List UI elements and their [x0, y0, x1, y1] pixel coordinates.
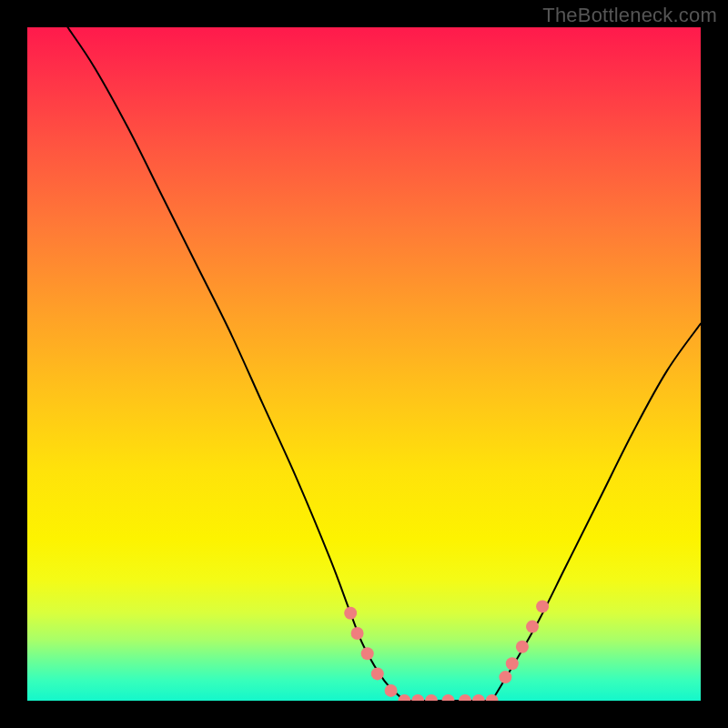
data-marker — [411, 694, 424, 701]
data-marker — [506, 657, 519, 670]
data-marker — [486, 694, 499, 701]
data-marker — [385, 684, 398, 697]
data-marker — [472, 694, 485, 701]
data-marker — [442, 694, 455, 701]
data-marker — [499, 671, 511, 683]
data-marker — [351, 627, 364, 640]
left-branch-curve — [67, 27, 404, 701]
plot-area — [27, 27, 701, 701]
data-marker — [536, 600, 549, 612]
data-marker — [371, 667, 384, 680]
watermark-text: TheBottleneck.com — [542, 4, 717, 27]
data-marker — [459, 694, 471, 701]
data-marker — [344, 607, 357, 620]
data-marker — [516, 641, 529, 653]
data-marker — [526, 621, 539, 633]
data-marker — [361, 647, 374, 660]
data-marker — [398, 694, 410, 701]
bottleneck-chart-svg — [27, 27, 701, 701]
chart-frame: TheBottleneck.com — [0, 0, 728, 728]
data-marker — [425, 694, 438, 701]
marker-group — [344, 600, 549, 701]
